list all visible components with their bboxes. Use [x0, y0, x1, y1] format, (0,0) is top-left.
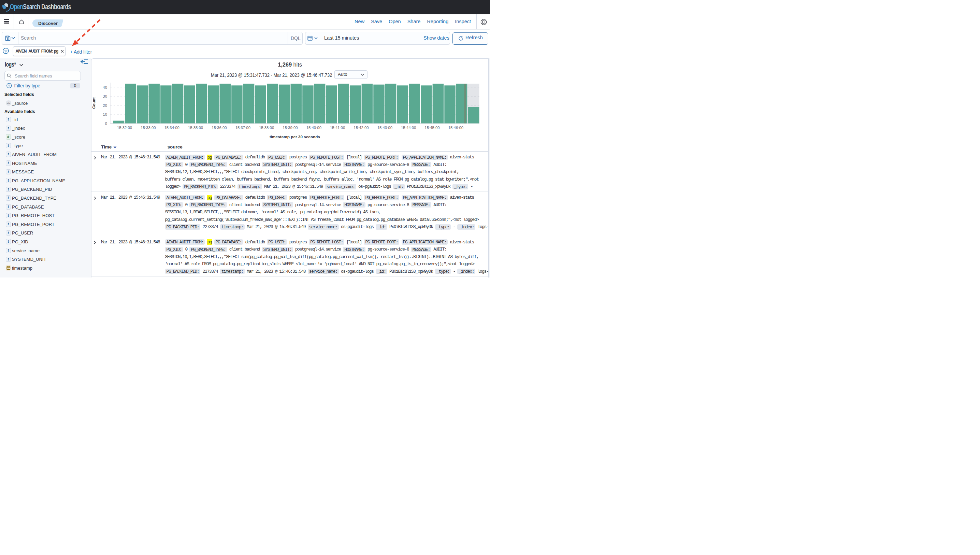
- svg-text:15:46:00: 15:46:00: [448, 126, 463, 130]
- svg-text:20: 20: [103, 103, 107, 107]
- svg-text:30: 30: [103, 94, 107, 98]
- svg-text:15:43:00: 15:43:00: [377, 126, 392, 130]
- svg-text:15:36:00: 15:36:00: [211, 126, 227, 130]
- svg-text:timestamp per 30 seconds: timestamp per 30 seconds: [269, 135, 320, 139]
- svg-text:15:37:00: 15:37:00: [235, 126, 250, 130]
- svg-text:15:41:00: 15:41:00: [330, 126, 345, 130]
- svg-text:15:35:00: 15:35:00: [188, 126, 203, 130]
- svg-text:40: 40: [103, 85, 107, 90]
- svg-text:15:33:00: 15:33:00: [141, 126, 155, 130]
- svg-text:0: 0: [105, 122, 107, 126]
- svg-text:15:39:00: 15:39:00: [283, 126, 298, 130]
- svg-text:15:32:00: 15:32:00: [117, 126, 132, 130]
- svg-text:15:45:00: 15:45:00: [424, 126, 439, 130]
- svg-text:15:44:00: 15:44:00: [401, 126, 416, 130]
- svg-text:15:42:00: 15:42:00: [354, 126, 368, 130]
- svg-text:15:38:00: 15:38:00: [259, 126, 274, 130]
- svg-text:15:34:00: 15:34:00: [165, 126, 179, 130]
- svg-text:15:40:00: 15:40:00: [306, 126, 322, 130]
- svg-text:10: 10: [103, 112, 107, 116]
- svg-text:Count: Count: [91, 97, 96, 109]
